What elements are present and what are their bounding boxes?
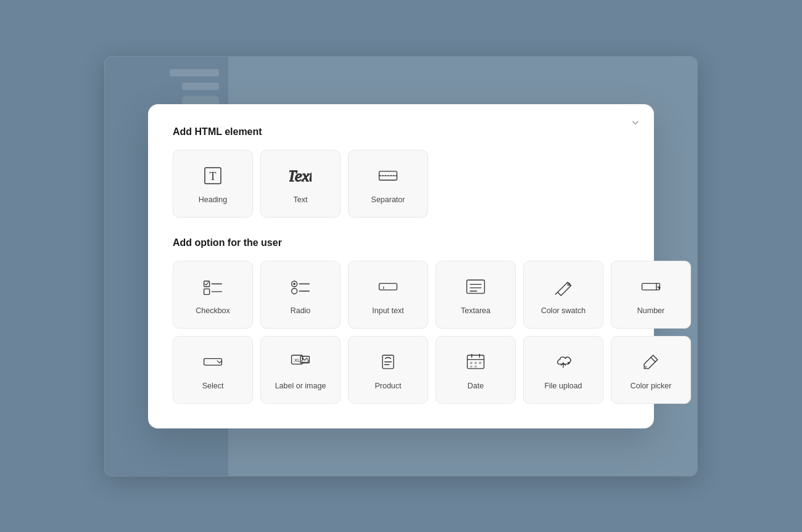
select-label: Select [202,382,224,390]
options-grid: Checkbox Radio [173,261,629,404]
textarea-card[interactable]: Textarea [436,261,516,329]
html-section: Add HTML element T Heading [173,126,629,218]
color-swatch-card[interactable]: Color swatch [523,261,603,329]
radio-icon [288,274,313,299]
label-or-image-icon: XL [288,350,313,374]
select-card[interactable]: Select [173,336,253,404]
color-swatch-icon [551,274,576,299]
product-label: Product [374,382,401,390]
date-card[interactable]: Date [436,336,516,404]
radio-card[interactable]: Radio [260,261,341,329]
svg-rect-7 [204,289,210,294]
svg-rect-41 [479,362,481,364]
svg-rect-14 [379,283,397,290]
file-upload-card[interactable]: File upload [523,336,603,404]
svg-text:T: T [210,170,217,182]
svg-text:Text: Text [289,167,312,185]
checkbox-card[interactable]: Checkbox [173,261,253,329]
date-label: Date [468,382,484,390]
heading-icon: T [200,163,225,188]
product-icon [376,350,400,374]
input-text-card[interactable]: Input text [348,261,428,329]
app-background: Add HTML element T Heading [105,57,697,476]
heading-card[interactable]: T Heading [173,150,253,218]
product-card[interactable]: Product [348,336,428,404]
svg-rect-42 [470,366,473,367]
textarea-icon [463,274,488,299]
separator-label: Separator [371,195,405,204]
separator-icon [376,163,400,188]
separator-card[interactable]: Separator [348,150,428,218]
options-section: Add option for the user Checkbox [173,237,629,404]
html-section-title: Add HTML element [173,126,629,137]
options-section-title: Add option for the user [173,237,629,248]
modal-close-button[interactable] [627,114,644,131]
select-icon [200,350,225,374]
html-elements-grid: T Heading Text Text [173,150,629,218]
radio-label: Radio [291,306,311,315]
file-upload-label: File upload [544,382,582,390]
svg-point-20 [567,282,570,285]
svg-line-45 [651,357,655,361]
color-picker-label: Color picker [630,382,672,390]
label-or-image-card[interactable]: XL Label or image [260,336,341,404]
svg-rect-39 [470,362,473,364]
svg-rect-43 [474,366,477,367]
checkbox-label: Checkbox [196,306,230,315]
add-element-modal: Add HTML element T Heading [148,104,654,428]
number-label: Number [637,306,664,315]
input-text-icon [376,274,400,299]
checkbox-icon [200,274,225,299]
number-icon: + [639,274,663,299]
svg-text:XL: XL [294,358,300,363]
date-icon [463,350,488,374]
svg-rect-40 [474,362,477,364]
svg-rect-27 [204,358,222,365]
svg-line-21 [555,292,558,295]
svg-point-12 [292,288,297,293]
color-picker-icon [639,350,663,374]
svg-point-31 [302,358,304,359]
textarea-label: Textarea [461,306,490,315]
svg-point-46 [645,366,647,368]
number-card[interactable]: + Number [611,261,691,329]
label-or-image-label: Label or image [275,382,326,390]
color-picker-card[interactable]: Color picker [611,336,691,404]
heading-label: Heading [199,195,228,204]
text-card[interactable]: Text Text [260,150,341,218]
file-upload-icon [551,350,576,374]
svg-point-10 [293,282,296,285]
color-swatch-label: Color swatch [541,306,585,315]
text-label: Text [294,195,308,204]
input-text-label: Input text [372,306,403,315]
text-icon: Text [288,163,313,188]
